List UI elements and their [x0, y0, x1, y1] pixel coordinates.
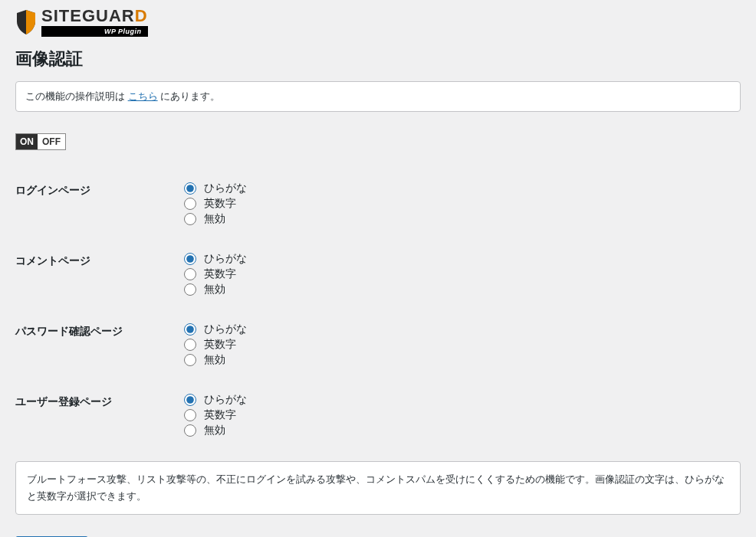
row-comment: コメントページ ひらがな 英数字 無効 — [15, 247, 741, 317]
row-login: ログインページ ひらがな 英数字 無効 — [15, 176, 741, 247]
radio-input[interactable] — [184, 323, 196, 336]
radio-text: 無効 — [204, 353, 225, 367]
radio-input[interactable] — [184, 182, 196, 195]
radio-login-hiragana[interactable]: ひらがな — [184, 181, 741, 196]
help-link[interactable]: こちら — [128, 90, 158, 102]
radio-text: ひらがな — [204, 252, 247, 266]
radio-input[interactable] — [184, 424, 196, 437]
brand-orange: D — [135, 6, 148, 25]
radio-input[interactable] — [184, 394, 196, 406]
radio-text: ひらがな — [204, 323, 247, 336]
label-lostpw: パスワード確認ページ — [15, 317, 184, 388]
brand-pre: SITEGUAR — [41, 6, 135, 25]
radio-input[interactable] — [184, 213, 196, 225]
radio-input[interactable] — [184, 268, 196, 280]
shield-icon — [15, 9, 37, 35]
radio-text: 英数字 — [204, 338, 236, 352]
notice-post: にあります。 — [158, 90, 221, 102]
feature-description: ブルートフォース攻撃、リスト攻撃等の、不正にログインを試みる攻撃や、コメントスパ… — [15, 461, 741, 515]
label-comment: コメントページ — [15, 247, 184, 317]
radio-lostpw-hiragana[interactable]: ひらがな — [184, 322, 741, 337]
toggle-on[interactable]: ON — [16, 134, 38, 149]
radio-text: ひらがな — [204, 182, 247, 195]
radio-comment-hiragana[interactable]: ひらがな — [184, 251, 741, 267]
label-register: ユーザー登録ページ — [15, 388, 184, 458]
page-title: 画像認証 — [15, 47, 741, 70]
toggle-off[interactable]: OFF — [38, 134, 65, 149]
radio-text: 英数字 — [204, 408, 236, 422]
feature-toggle[interactable]: ON OFF — [15, 133, 66, 150]
radio-register-hiragana[interactable]: ひらがな — [184, 392, 741, 408]
radio-input[interactable] — [184, 339, 196, 351]
radio-text: ひらがな — [204, 393, 247, 407]
radio-lostpw-disabled[interactable]: 無効 — [184, 352, 741, 368]
notice-pre: この機能の操作説明は — [25, 90, 128, 102]
radio-text: 無効 — [204, 424, 225, 437]
radio-text: 英数字 — [204, 197, 236, 211]
radio-input[interactable] — [184, 409, 196, 421]
radio-comment-alnum[interactable]: 英数字 — [184, 267, 741, 282]
radio-lostpw-alnum[interactable]: 英数字 — [184, 337, 741, 352]
plugin-logo: SITEGUARD WP Plugin — [15, 8, 741, 37]
radio-text: 無効 — [204, 283, 225, 296]
radio-text: 英数字 — [204, 267, 236, 281]
row-register: ユーザー登録ページ ひらがな 英数字 無効 — [15, 388, 741, 458]
radio-login-disabled[interactable]: 無効 — [184, 211, 741, 227]
radio-register-disabled[interactable]: 無効 — [184, 423, 741, 438]
brand-name: SITEGUARD — [41, 8, 148, 25]
radio-register-alnum[interactable]: 英数字 — [184, 408, 741, 423]
radio-input[interactable] — [184, 253, 196, 265]
label-login: ログインページ — [15, 176, 184, 247]
radio-text: 無効 — [204, 212, 225, 226]
help-notice: この機能の操作説明は こちら にあります。 — [15, 81, 741, 112]
radio-login-alnum[interactable]: 英数字 — [184, 196, 741, 211]
logo-text: SITEGUARD WP Plugin — [41, 8, 148, 37]
settings-table: ログインページ ひらがな 英数字 無効 コメントページ ひらがな — [15, 176, 741, 458]
radio-input[interactable] — [184, 283, 196, 296]
radio-input[interactable] — [184, 198, 196, 210]
brand-sub: WP Plugin — [41, 26, 148, 37]
radio-comment-disabled[interactable]: 無効 — [184, 282, 741, 297]
row-lostpw: パスワード確認ページ ひらがな 英数字 無効 — [15, 317, 741, 388]
radio-input[interactable] — [184, 354, 196, 366]
